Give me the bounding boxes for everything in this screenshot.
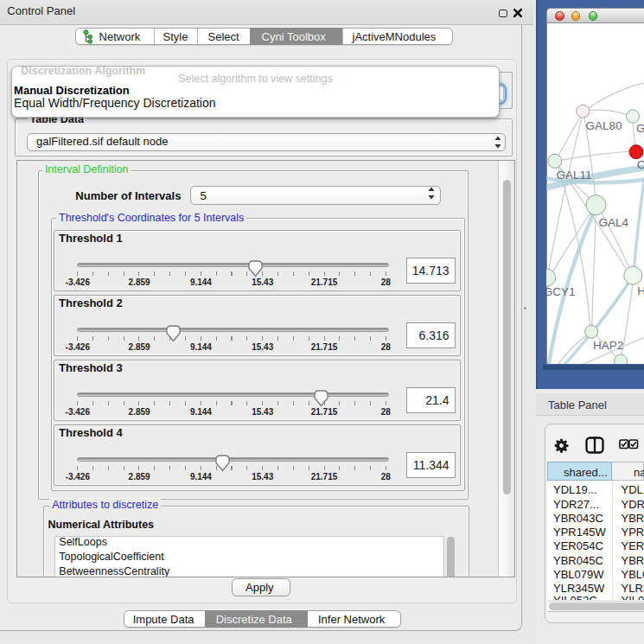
svg-text:GAL80: GAL80 [586, 119, 622, 132]
svg-text:GAL4: GAL4 [599, 216, 629, 229]
svg-text:GAL11: GAL11 [557, 169, 592, 182]
svg-text:GCY1: GCY1 [546, 285, 575, 298]
svg-text:GA: GA [636, 122, 644, 135]
svg-text:HAP2: HAP2 [593, 339, 623, 352]
svg-text:HI: HI [637, 284, 644, 297]
svg-text:CY: CY [637, 158, 644, 171]
